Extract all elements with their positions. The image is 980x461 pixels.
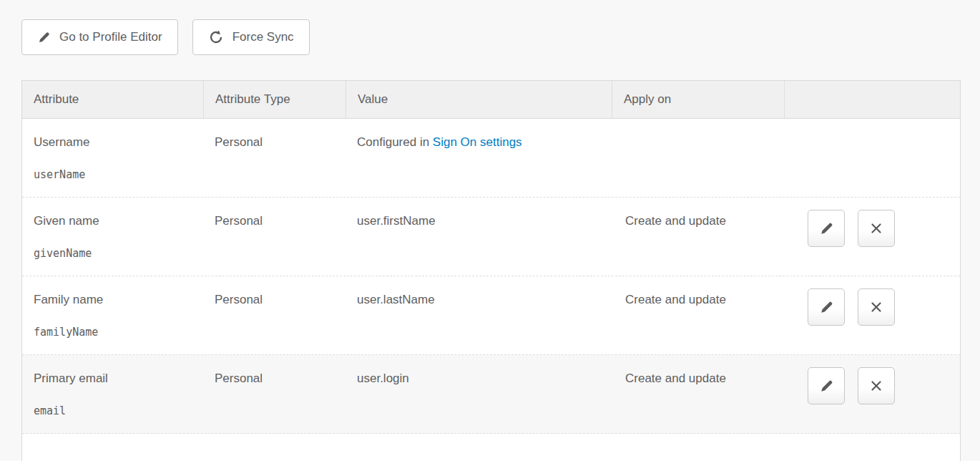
apply-on-cell — [612, 119, 784, 197]
attribute-label: Family name — [34, 292, 192, 307]
value-cell: user.firstName — [346, 198, 612, 276]
close-icon — [868, 378, 884, 394]
close-icon — [868, 299, 884, 315]
value-cell: user.login — [346, 355, 612, 433]
toolbar: Go to Profile Editor Force Sync — [21, 19, 310, 55]
column-header-attribute-type: Attribute Type — [203, 81, 346, 118]
value-expression: user.login — [357, 372, 409, 385]
value-cell: user.lastName — [346, 276, 612, 354]
actions-cell — [784, 198, 960, 276]
remove-attribute-button[interactable] — [858, 367, 895, 404]
table-row-partial — [22, 434, 960, 461]
pencil-icon — [819, 379, 834, 394]
attribute-variable-name: email — [34, 404, 192, 419]
value-expression: user.lastName — [357, 293, 435, 306]
attribute-cell: Family name familyName — [22, 276, 203, 354]
attribute-mappings-table: Attribute Attribute Type Value Apply on … — [21, 80, 961, 461]
column-header-attribute: Attribute — [22, 81, 203, 118]
table-body: Username userName Personal Configured in… — [22, 119, 960, 434]
force-sync-button[interactable]: Force Sync — [192, 19, 310, 55]
attribute-cell: Primary email email — [22, 355, 203, 433]
pencil-icon — [819, 300, 834, 315]
attribute-variable-name: userName — [34, 168, 192, 183]
attribute-label: Primary email — [34, 371, 192, 386]
sign-on-settings-link[interactable]: Sign On settings — [433, 135, 522, 149]
attribute-label: Username — [34, 135, 192, 150]
apply-on-cell: Create and update — [612, 276, 784, 354]
apply-on-cell: Create and update — [612, 355, 784, 433]
table-row: Primary email email Personal user.login … — [22, 355, 960, 434]
column-header-actions — [784, 81, 960, 118]
go-to-profile-editor-label: Go to Profile Editor — [59, 30, 162, 44]
attribute-type-cell: Personal — [203, 355, 346, 433]
edit-attribute-button[interactable] — [808, 288, 845, 326]
apply-on-cell: Create and update — [612, 198, 784, 276]
attribute-cell: Given name givenName — [22, 198, 203, 276]
edit-attribute-button[interactable] — [808, 210, 845, 247]
attribute-type-cell: Personal — [203, 119, 346, 197]
attribute-type-cell: Personal — [203, 276, 346, 354]
table-row: Username userName Personal Configured in… — [22, 119, 960, 198]
column-header-value: Value — [346, 81, 612, 118]
edit-attribute-button[interactable] — [808, 367, 845, 404]
attribute-type-cell: Personal — [203, 198, 346, 276]
remove-attribute-button[interactable] — [858, 210, 895, 247]
value-expression: user.firstName — [357, 214, 436, 228]
value-cell: Configured in Sign On settings — [346, 119, 612, 197]
attribute-variable-name: familyName — [34, 325, 192, 340]
attribute-label: Given name — [34, 213, 192, 228]
table-row: Given name givenName Personal user.first… — [22, 198, 960, 276]
attribute-variable-name: givenName — [34, 246, 192, 261]
refresh-icon — [208, 29, 224, 45]
force-sync-label: Force Sync — [232, 30, 294, 44]
remove-attribute-button[interactable] — [858, 288, 895, 326]
actions-cell — [784, 355, 960, 433]
pencil-icon — [37, 31, 51, 44]
close-icon — [868, 220, 884, 236]
pencil-icon — [819, 221, 834, 236]
actions-cell — [784, 276, 960, 354]
go-to-profile-editor-button[interactable]: Go to Profile Editor — [21, 19, 178, 55]
column-header-apply-on: Apply on — [612, 81, 784, 118]
table-header-row: Attribute Attribute Type Value Apply on — [22, 81, 960, 119]
table-row: Family name familyName Personal user.las… — [22, 276, 960, 355]
value-text: Configured in — [357, 135, 433, 149]
attribute-cell: Username userName — [22, 119, 203, 197]
